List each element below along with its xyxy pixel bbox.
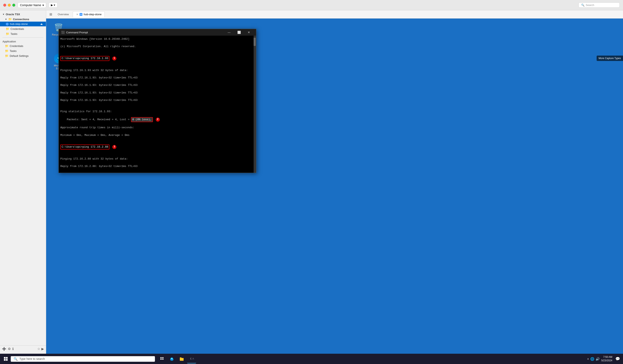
maximize-traffic-light[interactable]	[12, 4, 15, 7]
cmd-icon: ⬛	[61, 31, 65, 34]
svg-rect-7	[162, 357, 164, 358]
cmd-content[interactable]: Microsoft Windows [Version 10.0.20348.24…	[59, 36, 256, 173]
cmd-window-controls: — ⬜ ✕	[224, 29, 254, 35]
credentials-label: Credentials	[10, 27, 24, 30]
folder-icon: 📁	[6, 32, 9, 35]
folder-icon: 📁	[6, 27, 9, 30]
network-icon[interactable]: 🌐	[590, 357, 594, 361]
taskbar-date: 5/23/2024	[601, 359, 612, 362]
computer-name-button[interactable]: Computer Name ▾	[18, 2, 46, 8]
svg-rect-5	[6, 359, 8, 361]
tab-hub-step-stone[interactable]: ✕ ● hub-step-stone	[73, 11, 105, 17]
ping1-reply3: Reply from 172.16.1.93: bytes=32 time<1m…	[60, 91, 254, 95]
hub-icon	[6, 23, 9, 25]
ping1-stats-header: Ping statistics for 172.16.1.93:	[60, 110, 254, 113]
svg-rect-3	[6, 357, 8, 359]
right-panel: ⊞ Overview ✕ ● hub-step-stone 🗑️ Recycle…	[46, 10, 623, 354]
tasks-label: Tasks	[10, 32, 17, 35]
grid-icon[interactable]: ⊞	[48, 12, 54, 17]
taskbar-search-bar[interactable]: 🔍 Type here to search	[11, 356, 155, 362]
nav-buttons: ▶ ▾	[49, 2, 57, 8]
minimize-traffic-light[interactable]	[8, 4, 11, 7]
app-default-settings-label: Default Settings	[10, 54, 29, 57]
app-tasks-label: Tasks	[10, 49, 17, 52]
taskview-icon[interactable]	[157, 354, 166, 364]
cmd-header-line2: (c) Microsoft Corporation. All rights re…	[60, 45, 254, 48]
sidebar-app-default-settings[interactable]: 📁 Default Settings	[0, 53, 46, 58]
main-layout: ▼ Oracle TSX ▼ 📁 Connections hub-step-st…	[0, 10, 623, 354]
ping2-reply1: Reply from 172.16.2.88: bytes=32 time<1m…	[60, 165, 254, 168]
ping1-reply1: Reply from 172.16.1.93: bytes=32 time<1m…	[60, 76, 254, 80]
taskbar-explorer-icon[interactable]	[177, 354, 186, 364]
badge-2: 2	[156, 118, 160, 122]
taskbar-edge-icon[interactable]	[167, 354, 176, 364]
sidebar-app-tasks[interactable]: 📁 Tasks	[0, 48, 46, 53]
badge-3: 3	[112, 145, 116, 149]
sidebar-root-label: Oracle TSX	[6, 13, 20, 16]
application-section-label: Application	[0, 39, 46, 43]
svg-rect-4	[4, 359, 5, 361]
svg-rect-6	[160, 357, 162, 358]
sidebar-connections[interactable]: ▼ 📁 Connections	[0, 17, 46, 21]
cmd-title: Command Prompt	[66, 31, 223, 34]
play-icon: ▶	[51, 3, 53, 7]
computer-name-label: Computer Name	[20, 3, 41, 7]
sidebar-bottom: ➕ ⚙ ℹ ☆ ▶	[0, 345, 46, 352]
sidebar-item-hub-step-stone[interactable]: hub-step-stone ⏏	[0, 21, 46, 26]
taskbar-time: 7:50 AM	[603, 355, 612, 359]
start-button[interactable]	[2, 355, 10, 363]
desktop: 🗑️ Recycle Bin Microsoft Edge	[46, 19, 623, 354]
top-bar: Computer Name ▾ ▶ ▾ 🔍 Search	[0, 0, 623, 10]
taskbar-search-placeholder: Type here to search	[19, 357, 45, 361]
cmd-scrollbar[interactable]	[254, 36, 256, 173]
taskbar-cmd-icon[interactable]: C:\	[187, 354, 196, 364]
sidebar-item-tasks[interactable]: 📁 Tasks	[0, 31, 46, 36]
info-button[interactable]: ℹ	[12, 347, 14, 351]
cmd-titlebar: ⬛ Command Prompt — ⬜ ✕	[59, 29, 256, 36]
cmd-scrollbar-thumb	[254, 38, 256, 46]
cmd-maximize-button[interactable]: ⬜	[234, 29, 244, 35]
add-button[interactable]: ➕	[2, 347, 6, 351]
tab-close-icon[interactable]: ✕	[76, 13, 78, 16]
taskbar-clock[interactable]: 7:50 AM 5/23/2024	[601, 355, 612, 362]
cmd-close-button[interactable]: ✕	[244, 29, 254, 35]
ping1-reply2: Reply from 172.16.1.93: bytes=32 time<1m…	[60, 83, 254, 87]
ping1-times: Minimum = 0ms, Maximum = 0ms, Average = …	[60, 133, 254, 137]
cmd1-highlighted: C:\Users\opc>ping 172.16.1.93	[60, 56, 109, 61]
play-button[interactable]: ▶ ▾	[49, 2, 57, 8]
speaker-icon[interactable]: 🔊	[596, 357, 600, 361]
cmd-minimize-button[interactable]: —	[224, 29, 234, 35]
more-capture-button[interactable]: More Capture Types	[597, 56, 623, 61]
folder-icon: 📁	[5, 54, 8, 57]
sidebar-app-credentials[interactable]: 📁 Credentials	[0, 43, 46, 48]
ping1-packets-line: Packets: Sent = 4, Received = 4, Lost = …	[60, 117, 254, 122]
svg-rect-8	[160, 359, 162, 360]
sidebar-root[interactable]: ▼ Oracle TSX	[0, 12, 46, 17]
hub-label: hub-step-stone	[10, 22, 28, 25]
cmd-prompt-1: C:\Users\opc>ping 172.16.1.93 1	[60, 56, 254, 61]
ping1-loss-badge: 0 (0% loss),	[131, 117, 153, 122]
eject-icon: ⏏	[40, 23, 43, 25]
sidebar-item-credentials[interactable]: 📁 Credentials	[0, 26, 46, 31]
tab-overview[interactable]: Overview	[55, 11, 72, 17]
search-icon: 🔍	[581, 3, 584, 7]
svg-rect-9	[162, 359, 164, 360]
settings-button[interactable]: ⚙	[8, 347, 11, 351]
search-bar[interactable]: 🔍 Search	[578, 2, 620, 8]
close-traffic-light[interactable]	[3, 4, 6, 7]
cmd2-highlighted: C:\Users\opc>ping 172.16.2.88	[60, 145, 109, 150]
play-small-button[interactable]: ▶	[42, 347, 44, 351]
ping2-reply2: Reply from 172.16.2.88: bytes=32 time<1m…	[60, 172, 254, 173]
taskbar-tray: ∧ 🌐 🔊	[587, 357, 600, 361]
tab-bar: ⊞ Overview ✕ ● hub-step-stone	[46, 10, 623, 19]
chevron-down-icon: ▼	[5, 18, 7, 20]
cmd-prompt-2: C:\Users\opc>ping 172.16.2.88 3	[60, 145, 254, 150]
taskbar-center-icons: C:\	[157, 354, 196, 364]
bookmark-button[interactable]: ☆	[37, 347, 40, 351]
chevron-down-icon: ▼	[2, 13, 4, 15]
notification-icon: 💬	[615, 357, 620, 361]
cmd-window: ⬛ Command Prompt — ⬜ ✕ Microsoft Windows…	[59, 29, 256, 173]
chevron-up-icon[interactable]: ∧	[587, 357, 589, 360]
content-area: 🗑️ Recycle Bin Microsoft Edge	[46, 19, 623, 354]
notification-button[interactable]: 💬	[614, 355, 621, 363]
